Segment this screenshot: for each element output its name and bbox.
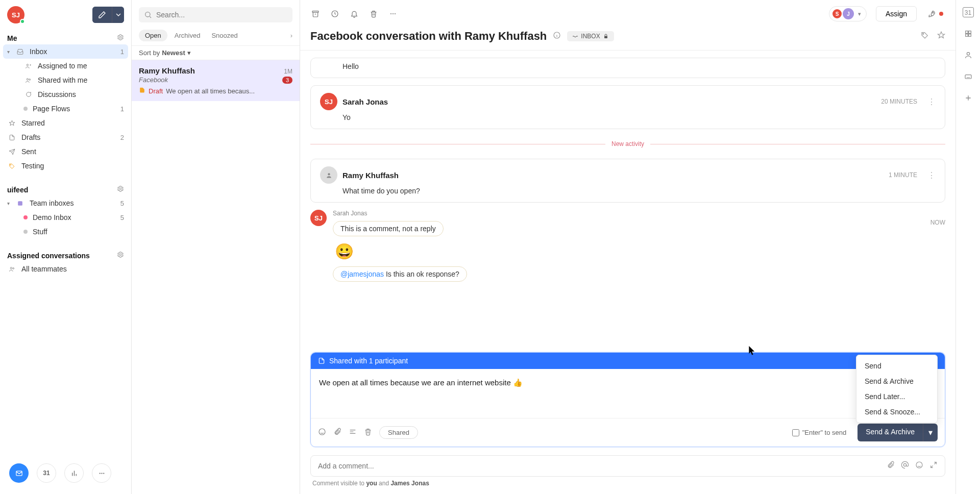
emoji-button[interactable] xyxy=(915,461,923,471)
enter-to-send-toggle[interactable]: "Enter" to send xyxy=(792,429,847,436)
chevron-right-icon[interactable]: › xyxy=(290,32,292,39)
user-avatar[interactable]: SJ xyxy=(7,6,24,23)
chevron-down-icon: ▾ xyxy=(858,11,861,17)
rail-keyboard[interactable] xyxy=(963,71,973,82)
rail-add[interactable] xyxy=(963,93,973,103)
svg-rect-29 xyxy=(968,31,971,34)
nav-team-inboxes[interactable]: ▾ Team inboxes 5 xyxy=(0,196,131,210)
attach-button[interactable] xyxy=(887,461,895,471)
more-button[interactable] xyxy=(388,9,398,19)
message-menu-button[interactable]: ⋮ xyxy=(927,97,936,107)
gear-icon[interactable] xyxy=(117,185,124,194)
users-icon xyxy=(7,266,16,273)
mention[interactable]: @jamesjonas xyxy=(340,270,384,278)
nav-assigned-to-me[interactable]: Assigned to me xyxy=(0,59,131,73)
svg-point-20 xyxy=(933,12,934,13)
tab-snoozed[interactable]: Snoozed xyxy=(207,30,241,41)
nav-stuff[interactable]: Stuff xyxy=(0,225,131,239)
nav-shared-with-me[interactable]: Shared with me xyxy=(0,73,131,87)
format-button[interactable] xyxy=(349,428,357,438)
svg-rect-15 xyxy=(312,11,318,13)
discard-button[interactable] xyxy=(364,428,372,438)
send-option-send-snooze[interactable]: Send & Snooze... xyxy=(856,404,937,419)
presence-indicator xyxy=(20,19,25,24)
inbox-icon xyxy=(572,33,578,39)
rail-calendar[interactable]: 31 xyxy=(963,7,974,17)
svg-point-4 xyxy=(10,164,11,165)
notification-button[interactable] xyxy=(349,9,359,19)
nav-sent[interactable]: Sent xyxy=(0,144,131,159)
chevron-down-icon: ▾ xyxy=(7,49,14,55)
search-box[interactable] xyxy=(139,7,292,22)
archive-button[interactable] xyxy=(310,9,321,19)
send-dropdown-toggle[interactable]: ▾ xyxy=(923,424,938,441)
svg-point-18 xyxy=(393,13,394,14)
assign-button[interactable]: Assign xyxy=(876,6,917,21)
svg-rect-28 xyxy=(965,31,968,34)
comment-input[interactable] xyxy=(318,462,887,470)
message-card: SJ Sarah Jonas 20 MINUTES ⋮ Yo xyxy=(310,85,945,129)
avatar xyxy=(320,166,337,184)
note-block: SJ Sarah Jonas This is a comment, not a … xyxy=(310,210,945,284)
snooze-button[interactable] xyxy=(330,9,340,19)
nav-page-flows[interactable]: Page Flows 1 xyxy=(0,102,131,116)
gear-icon[interactable] xyxy=(117,251,124,260)
composer-header[interactable]: Shared with 1 participant xyxy=(311,353,945,369)
reply-composer: Shared with 1 participant We open at all… xyxy=(310,352,945,447)
expand-button[interactable] xyxy=(929,461,938,471)
nav-demo-inbox[interactable]: Demo Inbox 5 xyxy=(0,210,131,225)
participants-pill[interactable]: S J ▾ xyxy=(829,6,867,21)
nav-testing[interactable]: Testing xyxy=(0,159,131,173)
delete-button[interactable] xyxy=(369,9,379,19)
nav-starred[interactable]: Starred xyxy=(0,116,131,130)
new-activity-divider: New activity xyxy=(310,140,945,147)
svg-point-8 xyxy=(10,267,12,268)
nav-inbox[interactable]: ▾ Inbox 1 xyxy=(3,44,128,59)
send-option-send-archive[interactable]: Send & Archive xyxy=(856,374,937,389)
star-button[interactable] xyxy=(937,31,945,41)
message-card: Hello xyxy=(310,58,945,78)
emoji-button[interactable] xyxy=(318,428,326,438)
search-input[interactable] xyxy=(156,11,287,19)
message-thread[interactable]: Hello SJ Sarah Jonas 20 MINUTES ⋮ Yo New… xyxy=(300,51,955,352)
more-fab[interactable] xyxy=(92,463,111,483)
sort-row[interactable]: Sort by Newest ▾ xyxy=(132,46,300,60)
inbox-fab[interactable] xyxy=(9,463,29,483)
nav-drafts[interactable]: Drafts 2 xyxy=(0,130,131,144)
quick-actions[interactable] xyxy=(926,8,945,20)
calendar-fab[interactable]: 31 xyxy=(37,463,56,483)
tab-archived[interactable]: Archived xyxy=(170,30,205,41)
tag-button[interactable] xyxy=(921,31,929,41)
message-menu-button[interactable]: ⋮ xyxy=(927,170,936,180)
conversation-list-item[interactable]: Ramy Khuffash 1M Facebook 3 Draft We ope… xyxy=(132,60,300,101)
analytics-fab[interactable] xyxy=(64,463,84,483)
conv-item-channel: Facebook xyxy=(139,76,168,84)
file-icon xyxy=(7,134,16,141)
compose-dropdown[interactable] xyxy=(112,7,124,23)
message-time: 20 MINUTES xyxy=(881,98,917,105)
note-emoji: 😀 xyxy=(335,242,354,260)
enter-to-send-checkbox[interactable] xyxy=(792,429,799,436)
gear-icon[interactable] xyxy=(117,34,124,42)
conversation-title: Facebook conversation with Ramy Khuffash xyxy=(310,30,547,43)
nav-discussions[interactable]: Discussions xyxy=(0,87,131,102)
tab-open[interactable]: Open xyxy=(139,30,167,41)
send-option-send-later[interactable]: Send Later... xyxy=(856,389,937,404)
info-icon[interactable] xyxy=(553,31,561,41)
nav-shared-label: Shared with me xyxy=(38,76,87,84)
send-button[interactable]: Send & Archive xyxy=(857,424,923,441)
rail-integrations[interactable] xyxy=(963,29,973,39)
comment-box[interactable] xyxy=(310,455,945,477)
inbox-tag[interactable]: INBOX xyxy=(567,31,614,41)
mention-button[interactable] xyxy=(901,461,909,471)
nav-all-teammates[interactable]: All teammates xyxy=(0,262,131,276)
attach-button[interactable] xyxy=(333,428,341,438)
compose-button[interactable] xyxy=(92,7,112,23)
avatar: SJ xyxy=(320,93,337,110)
svg-point-7 xyxy=(119,254,121,256)
composer-textarea[interactable]: We open at all times because we are an i… xyxy=(311,369,945,418)
visibility-pill[interactable]: Shared xyxy=(379,426,418,439)
rail-contact[interactable] xyxy=(963,50,973,60)
send-option-send[interactable]: Send xyxy=(856,358,937,374)
visibility-other: James Jonas xyxy=(390,480,429,487)
